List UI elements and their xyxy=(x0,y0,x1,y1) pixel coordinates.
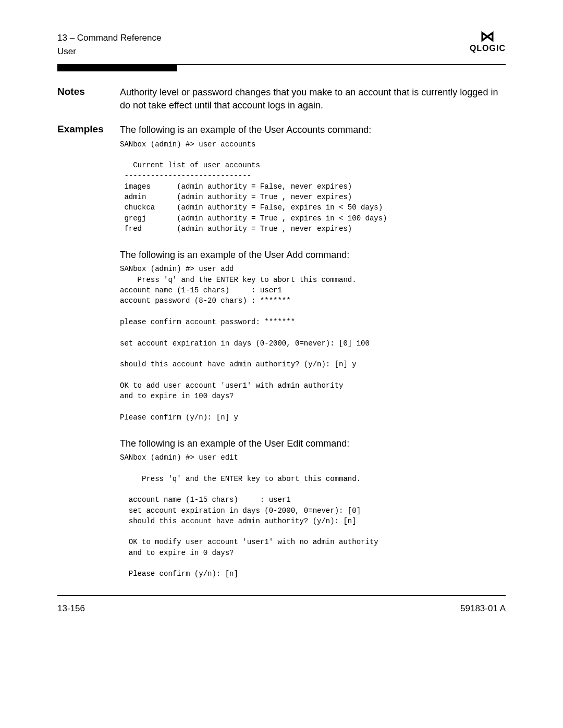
examples-row: Examples The following is an example of … xyxy=(57,124,506,579)
edit-intro: The following is an example of the User … xyxy=(120,437,506,450)
notes-text: Authority level or password changes that… xyxy=(120,86,506,112)
logo-text: QLOGIC xyxy=(470,44,506,53)
header-rule xyxy=(57,64,506,71)
notes-label: Notes xyxy=(57,86,120,97)
page-header: 13 – Command Reference User ⋈ QLOGIC xyxy=(57,31,506,58)
brand-logo: ⋈ QLOGIC xyxy=(470,31,506,53)
edit-code: SANbox (admin) #> user edit Press 'q' an… xyxy=(120,452,506,579)
accounts-code: SANbox (admin) #> user accounts Current … xyxy=(120,139,506,235)
document-page: 13 – Command Reference User ⋈ QLOGIC Not… xyxy=(0,0,563,728)
notes-row: Notes Authority level or password change… xyxy=(57,86,506,112)
footer-right: 59183-01 A xyxy=(460,603,506,614)
add-code: SANbox (admin) #> user add Press 'q' and… xyxy=(120,264,506,422)
examples-body: The following is an example of the User … xyxy=(120,124,506,579)
examples-label: Examples xyxy=(57,124,120,135)
section-line: User xyxy=(57,45,161,58)
logo-glyph: ⋈ xyxy=(470,31,506,42)
thick-bar xyxy=(57,64,177,71)
page-footer: 13-156 59183-01 A xyxy=(57,595,506,614)
add-intro: The following is an example of the User … xyxy=(120,249,506,262)
header-left: 13 – Command Reference User xyxy=(57,31,161,58)
footer-left: 13-156 xyxy=(57,603,85,614)
chapter-line: 13 – Command Reference xyxy=(57,31,161,45)
thin-bar xyxy=(177,64,506,65)
accounts-intro: The following is an example of the User … xyxy=(120,124,506,137)
